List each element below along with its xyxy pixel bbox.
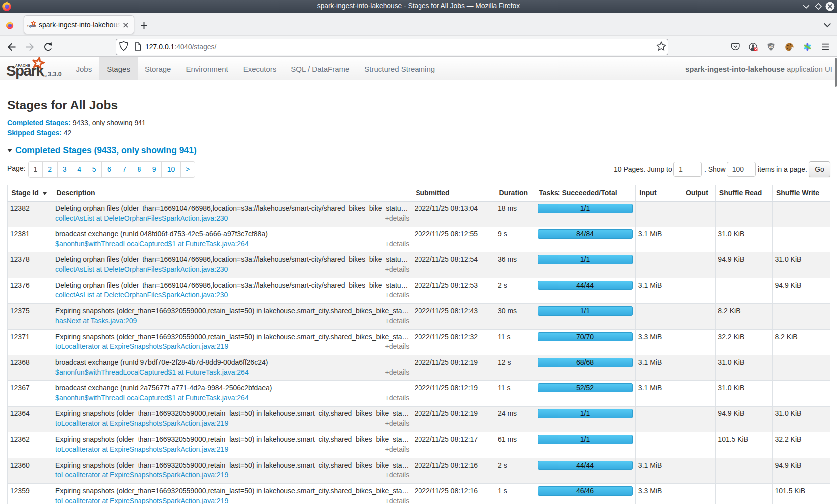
svg-text:uO: uO	[769, 45, 773, 48]
svg-text:Spark: Spark	[27, 24, 36, 28]
svg-text:TM: TM	[43, 74, 47, 77]
svg-text:Spark: Spark	[6, 62, 44, 79]
